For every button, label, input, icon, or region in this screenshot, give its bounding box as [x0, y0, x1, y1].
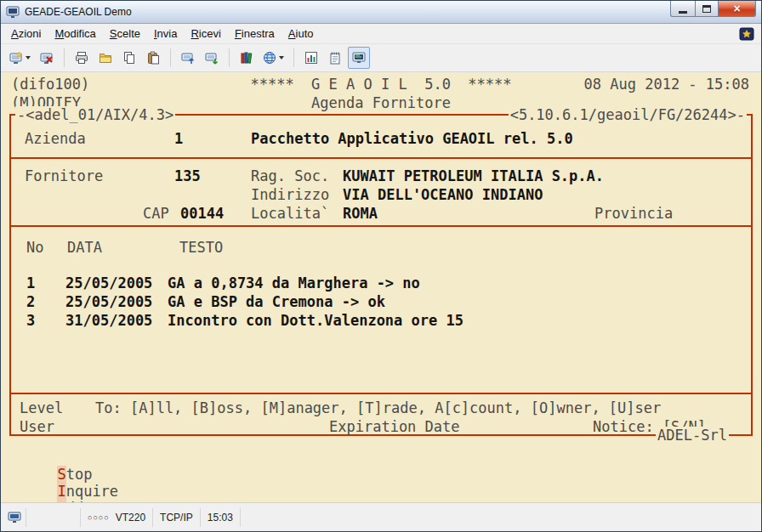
toolbar-separator [170, 48, 171, 67]
cap-label: CAP [143, 205, 169, 222]
azienda-value[interactable]: 1 [174, 130, 183, 147]
receive-file-icon [205, 51, 219, 65]
window-controls: × [670, 1, 756, 17]
brand-badge-icon [739, 27, 754, 41]
close-icon: × [733, 3, 740, 14]
toolbar [1, 44, 761, 72]
command-add[interactable]: Add [57, 500, 83, 502]
send-file-icon [181, 51, 195, 65]
command-key: S [57, 466, 65, 483]
agenda-row-date[interactable]: 31/05/2005 [65, 312, 152, 329]
level-options: To: [A]ll, [B]oss, [M]anager, [T]rade, A… [95, 399, 661, 416]
open-folder-icon [99, 51, 112, 65]
open-button[interactable] [94, 47, 117, 69]
chart-icon [304, 51, 318, 65]
fornitore-code[interactable]: 135 [174, 167, 201, 184]
terminal-type: VT220 [116, 512, 145, 524]
menu-label: nvia [157, 27, 178, 40]
fornitore-label: Fornitore [25, 167, 103, 184]
dropdown-caret-icon [26, 56, 31, 59]
agenda-row-date[interactable]: 25/05/2005 [65, 274, 152, 291]
package-name: Pacchetto Applicativo GEAOIL rel. 5.0 [251, 130, 573, 147]
toolbar-separator [64, 48, 65, 67]
copy-icon [122, 51, 136, 65]
menu-finestra[interactable]: Finestra [228, 25, 281, 42]
agenda-row-no[interactable]: 3 [26, 312, 35, 329]
command-rest: top [66, 466, 93, 483]
menu-label: odifica [64, 27, 96, 40]
localita-value: ROMA [343, 205, 378, 222]
agenda-row-text[interactable]: GA a 0,8734 da Marghera -> no [168, 274, 420, 291]
print-button[interactable] [71, 47, 93, 69]
terminal-screen[interactable]: (difo100) ***** G E A O I L 5.0 ***** 08… [1, 72, 761, 502]
copy-button[interactable] [118, 47, 140, 69]
screen-settings-button[interactable] [348, 47, 370, 69]
ragsoc-value: KUWAIT PETROLEUM ITALIA S.p.A. [343, 167, 604, 184]
app-window: GEADE-GEAOIL Demo × Azioni Modifica Scel… [0, 0, 762, 532]
agenda-row-no[interactable]: 1 [26, 274, 35, 291]
menu-label: M [54, 27, 64, 40]
menu-label: R [190, 27, 198, 40]
menu-label: icevi [199, 27, 221, 40]
agenda-row-no[interactable]: 2 [26, 293, 35, 310]
library-button[interactable] [236, 47, 258, 69]
notepad-button[interactable] [324, 47, 346, 69]
frame-bottom-tag: ADEL-Srl [656, 427, 729, 444]
menu-ricevi[interactable]: Ricevi [184, 25, 227, 42]
web-button[interactable] [259, 47, 287, 69]
localita-label: Localita` [251, 205, 329, 222]
column-header-no: No [26, 239, 43, 256]
terminal-type-cell: ○○○○ VT220 [81, 508, 153, 527]
maximize-icon [702, 5, 711, 13]
ragsoc-label: Rag. Soc. [251, 167, 329, 184]
close-session-button[interactable] [36, 47, 58, 69]
menu-label: A [288, 27, 296, 40]
menu-modifica[interactable]: Modifica [48, 25, 102, 42]
menu-label: iuto [296, 27, 314, 40]
indirizzo-label: Indirizzo [251, 186, 329, 203]
command-inquire[interactable]: Inquire [57, 483, 118, 500]
menu-bar: Azioni Modifica Scelte Invia Ricevi Fine… [1, 24, 761, 44]
expiration-label: Expiration Date [329, 418, 460, 435]
separator-line [11, 225, 751, 227]
separator-line [11, 157, 751, 159]
menu-invia[interactable]: Invia [147, 25, 184, 42]
paste-icon [146, 51, 160, 65]
menu-label: S [110, 27, 117, 40]
agenda-row-date[interactable]: 25/05/2005 [65, 293, 152, 310]
close-button[interactable]: × [718, 1, 756, 17]
column-header-testo: TESTO [179, 239, 223, 256]
menu-scelte[interactable]: Scelte [103, 25, 147, 42]
send-file-button[interactable] [177, 47, 199, 69]
maximize-button[interactable] [695, 1, 718, 17]
minimize-icon [679, 11, 687, 14]
receive-file-button[interactable] [201, 47, 223, 69]
clock-cell: 15:03 [201, 508, 241, 527]
command-stop[interactable]: Stop [57, 466, 92, 483]
agenda-row-text[interactable]: Incontro con Dott.Valenzona ore 15 [168, 312, 463, 329]
menu-aiuto[interactable]: Aiuto [281, 25, 321, 42]
title-bar[interactable]: GEADE-GEAOIL Demo × [1, 1, 761, 24]
close-session-icon [40, 51, 54, 65]
menu-label: A [11, 27, 19, 40]
dropdown-caret-icon [279, 56, 284, 59]
minimize-button[interactable] [670, 1, 695, 17]
paste-button[interactable] [142, 47, 164, 69]
clock-time: 15:03 [208, 512, 233, 524]
provincia-label: Provincia [594, 205, 673, 222]
menu-azioni[interactable]: Azioni [4, 25, 48, 42]
globe-icon [263, 51, 276, 65]
column-header-data: DATA [67, 239, 102, 256]
user-label: User [20, 418, 54, 435]
cap-value: 00144 [180, 205, 224, 222]
notepad-icon [328, 51, 342, 65]
frame-left-tag: -<adel_01/AIX/4.3> [15, 106, 175, 123]
agenda-row-text[interactable]: GA e BSP da Cremona -> ok [168, 293, 385, 310]
menu-label: F [235, 27, 242, 40]
command-key: A [57, 500, 65, 502]
connection-status-icon [3, 508, 26, 527]
new-session-button[interactable] [6, 47, 34, 69]
chart-button[interactable] [300, 47, 322, 69]
indirizzo-value: VIA DELL'OCEANO INDIANO [343, 186, 543, 203]
azienda-label: Azienda [25, 130, 86, 147]
